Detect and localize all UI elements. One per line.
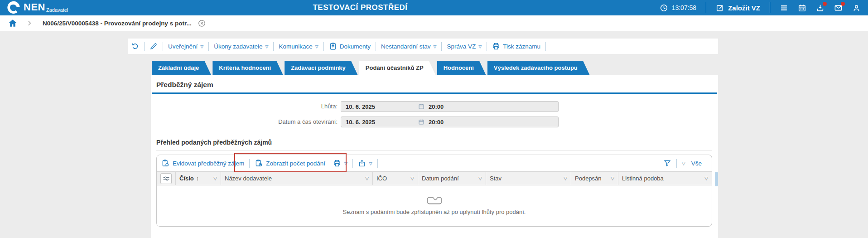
toolbar-separator — [323, 42, 324, 51]
column-filter-icon[interactable]: ▽ — [362, 176, 369, 181]
column-header-datum-podani[interactable]: Datum podání ▽ — [418, 172, 486, 185]
home-icon[interactable] — [8, 19, 17, 27]
field-lhuta[interactable]: 10. 6. 2025 20:00 — [341, 101, 559, 112]
menu-dokumenty[interactable]: Dokumenty — [329, 42, 371, 50]
tab-zadavaci-podminky[interactable]: Zadávací podmínky — [285, 61, 358, 75]
tab-kriteria-hodnoceni[interactable]: Kritéria hodnocení — [212, 61, 283, 75]
column-filter-icon[interactable]: ▽ — [408, 176, 414, 181]
close-icon[interactable] — [198, 19, 206, 27]
evidovat-predbezny-zajem-button[interactable]: Evidovat předběžný zájem — [161, 159, 244, 167]
clipboard-gear-icon — [161, 159, 169, 167]
filter-preset-label: Vše — [691, 160, 702, 167]
toolbar-separator — [163, 42, 163, 51]
tab-podani-ucastniku-zp[interactable]: Podání účastníků ZP — [359, 61, 436, 75]
column-label: Název dodavatele — [225, 175, 272, 182]
column-chooser-icon — [163, 175, 170, 182]
printer-icon — [492, 42, 500, 50]
column-header-listinna-podoba[interactable]: Listinná podoba ▽ — [618, 172, 712, 185]
chevron-down-icon: ▽ — [434, 44, 437, 49]
section-title-rule — [152, 92, 717, 94]
zobrazit-pocet-podani-button[interactable]: Zobrazit počet podání — [255, 159, 325, 167]
breadcrumb-record-title[interactable]: N006/25/V00005438 - Provozování prodejny… — [43, 20, 192, 27]
menu-tisk-zaznamu[interactable]: Tisk záznamu — [492, 42, 540, 50]
grid-section-title: Přehled podaných předběžných zájmů — [156, 139, 272, 146]
messages-badge — [841, 2, 845, 6]
button-label: Evidovat předběžný zájem — [173, 160, 244, 167]
record-toolbar: Uveřejnění ▽ Úkony zadavatele ▽ Komunika… — [128, 39, 718, 54]
column-header-stav[interactable]: Stav ▽ — [486, 172, 571, 185]
menu-nestandardni-stav[interactable]: Nestandardní stav ▽ — [381, 43, 436, 50]
calendar-icon[interactable] — [798, 4, 806, 12]
create-vz-button[interactable]: Založit VZ — [716, 4, 760, 12]
chevron-right-icon — [26, 20, 33, 26]
menu-uverejneni[interactable]: Uveřejnění ▽ — [168, 43, 203, 50]
menu-ukony-zadavatele[interactable]: Úkony zadavatele ▽ — [214, 43, 268, 50]
downloads-button[interactable] — [816, 4, 825, 12]
toolbar-separator — [352, 159, 353, 168]
date-value[interactable]: 10. 6. 2025 — [346, 119, 418, 126]
toolbar-separator — [487, 42, 487, 51]
tab-zakladni-udaje[interactable]: Základní údaje — [152, 61, 211, 75]
grid-title-rule — [156, 150, 712, 151]
document-icon — [329, 42, 337, 50]
date-value[interactable]: 10. 6. 2025 — [346, 103, 418, 110]
column-header-podepsan[interactable]: Podepsán ▽ — [571, 172, 618, 185]
tab-hodnoceni[interactable]: Hodnocení — [437, 61, 486, 75]
grid-export-button[interactable]: ▽ — [358, 159, 372, 167]
column-chooser-button[interactable] — [160, 173, 172, 184]
tab-vysledek-zadavaciho-postupu[interactable]: Výsledek zadávacího postupu — [487, 61, 590, 75]
column-filter-icon[interactable]: ▽ — [608, 176, 614, 181]
column-filter-icon[interactable]: ▽ — [702, 176, 708, 181]
scrollbar-thumb[interactable] — [715, 172, 718, 186]
field-datum-cas-otevirani[interactable]: 10. 6. 2025 20:00 — [341, 117, 559, 127]
edit-icon[interactable] — [149, 42, 158, 50]
nen-logo[interactable]: NEN Zadavatel — [6, 0, 68, 15]
export-icon — [358, 159, 366, 167]
grid-toolbar: Evidovat předběžný zájem Zobrazit počet … — [157, 155, 712, 171]
column-header-cislo[interactable]: Číslo ↑ ▽ — [176, 172, 221, 185]
toolbar-separator — [376, 42, 376, 51]
toolbar-separator — [545, 42, 546, 51]
chevron-down-icon: ▽ — [315, 44, 318, 49]
field-label-lhuta: Lhůta: — [232, 101, 338, 112]
filter-preset-vse[interactable]: ▽ Vše — [682, 160, 702, 167]
calendar-small-icon[interactable] — [418, 119, 424, 125]
clipboard-plus-icon — [255, 159, 263, 167]
menu-sprava-vz[interactable]: Správa VZ ▽ — [447, 43, 482, 50]
column-label: Listinná podoba — [622, 175, 664, 182]
column-header-nazev-dodavatele[interactable]: Název dodavatele ▽ — [221, 172, 373, 185]
tab-content-panel: Předběžný zájem Lhůta: 10. 6. 2025 20:00… — [151, 75, 718, 238]
printer-icon — [333, 159, 341, 167]
menu-label: Úkony zadavatele — [214, 43, 262, 50]
refresh-icon[interactable] — [131, 42, 139, 50]
filter-icon[interactable] — [663, 159, 671, 167]
column-filter-icon[interactable]: ▽ — [476, 176, 482, 181]
messages-button[interactable] — [834, 4, 843, 12]
column-filter-icon[interactable]: ▽ — [211, 176, 217, 181]
toolbar-separator — [144, 42, 145, 51]
column-label: Stav — [490, 175, 502, 182]
record-tabs: Základní údaje Kritéria hodnocení Zadáva… — [152, 61, 590, 75]
grid-print-button[interactable]: ▽ — [333, 159, 347, 167]
calendar-small-icon[interactable] — [418, 103, 424, 110]
menu-label: Správa VZ — [447, 43, 476, 50]
column-filter-icon[interactable]: ▽ — [561, 176, 567, 181]
chevron-down-icon: ▽ — [265, 44, 269, 49]
time-value[interactable]: 20:00 — [429, 103, 444, 110]
menu-label: Tisk záznamu — [503, 43, 540, 50]
menu-label: Dokumenty — [340, 43, 371, 50]
nen-app-page: NEN Zadavatel TESTOVACÍ PROSTŘEDÍ 13:07:… — [0, 0, 868, 238]
menu-label: Uveřejnění — [168, 43, 198, 50]
menu-icon[interactable] — [780, 4, 788, 12]
logo-subtitle: Zadavatel — [46, 7, 68, 13]
logo-text: NEN — [24, 0, 45, 14]
time-value[interactable]: 20:00 — [429, 119, 444, 126]
grid-header-row: Číslo ↑ ▽ Název dodavatele ▽ IČO ▽ Datum… — [157, 171, 712, 185]
top-bar: NEN Zadavatel TESTOVACÍ PROSTŘEDÍ 13:07:… — [0, 0, 868, 15]
column-header-ico[interactable]: IČO ▽ — [373, 172, 418, 185]
sort-asc-icon: ↑ — [196, 175, 199, 182]
user-icon[interactable] — [852, 4, 861, 12]
menu-komunikace[interactable]: Komunikace ▽ — [279, 43, 318, 50]
chevron-down-icon: ▽ — [344, 161, 347, 166]
chevron-down-icon: ▽ — [682, 161, 685, 166]
